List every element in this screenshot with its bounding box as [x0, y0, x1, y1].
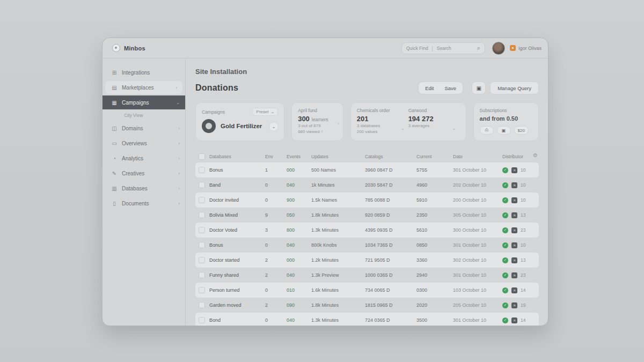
cell-events: 800 — [287, 227, 311, 233]
sidebar-item[interactable]: ▭ Overviews › — [103, 137, 185, 150]
row-checkbox[interactable] — [199, 272, 205, 278]
table-row[interactable]: Band 0 040 1k Minutes 2030 5847 D 4960 2… — [195, 178, 539, 193]
user-menu[interactable]: ✦ Igor Olivas — [510, 45, 541, 51]
row-checkbox[interactable] — [199, 257, 205, 263]
status-ok-icon: ✓ — [502, 317, 508, 323]
table-row[interactable]: Doctor started 2 000 1.2k Minutes 721 95… — [195, 253, 539, 268]
tool-icon-button[interactable]: ▣ — [472, 82, 486, 94]
distributor-count: 23 — [521, 272, 525, 278]
status-ok-icon: ✓ — [502, 212, 508, 218]
sidebar-item[interactable]: ▥ Databases › — [103, 182, 185, 195]
table-row[interactable]: Bonus 0 040 800k Knobs 1034 7365 D 0850 … — [195, 238, 539, 253]
main-content: Site Installation Donations Edit Save ▣ … — [186, 59, 548, 326]
sidebar-item[interactable]: ◫ Domains › — [103, 122, 185, 135]
row-checkbox[interactable] — [199, 182, 205, 188]
sidebar: ⊞ Integrations ▤ Marketplaces › ▦ Campai… — [103, 59, 186, 326]
chevron-icon: ⌄ — [176, 100, 180, 105]
list-icon: ≡ — [511, 197, 517, 203]
cell-env: 1 — [265, 167, 287, 173]
table-row[interactable]: Garden moved 2 090 1.8k Minutes 1815 096… — [195, 298, 539, 313]
price-button[interactable]: $20 — [514, 126, 529, 135]
desktop-background: Minbos Quick Find | Search ⌕ ✦ Igor Oliv… — [0, 0, 644, 362]
cell-name: Doctor invited — [209, 197, 265, 203]
row-checkbox[interactable] — [199, 197, 205, 203]
marketplaces-icon: ▤ — [111, 85, 118, 91]
row-checkbox[interactable] — [199, 302, 205, 308]
manage-button[interactable]: Manage Query — [490, 82, 539, 94]
row-checkbox[interactable] — [199, 167, 205, 173]
sidebar-item-label: Domains — [122, 125, 143, 131]
chevron-icon: › — [178, 156, 180, 161]
cell-updates: 1.6k Minutes — [311, 287, 365, 293]
sidebar-item-label: Creatives — [122, 171, 144, 176]
cell-current: 2350 — [416, 212, 453, 218]
search-input[interactable]: Quick Find | Search ⌕ — [401, 42, 485, 54]
column-header: Updates — [311, 154, 365, 159]
status-ok-icon: ✓ — [502, 167, 508, 173]
distributor-count: 23 — [521, 227, 525, 233]
status-ok-icon: ✓ — [502, 257, 508, 263]
edit-button[interactable]: Edit — [420, 85, 439, 91]
table-row[interactable]: Person turned 0 010 1.6k Minutes 734 006… — [195, 283, 539, 298]
distributor-count: 10 — [521, 197, 525, 203]
cell-events: 090 — [287, 302, 311, 308]
row-checkbox[interactable] — [199, 287, 205, 293]
domains-icon: ◫ — [111, 125, 118, 131]
orders-right-label: Garwood — [408, 108, 460, 113]
row-checkbox[interactable] — [199, 242, 205, 248]
row-checkbox[interactable] — [199, 317, 205, 323]
sidebar-item[interactable]: ✎ Creatives › — [103, 167, 185, 180]
grid-button[interactable]: ▣ — [497, 126, 511, 135]
overviews-icon: ▭ — [111, 141, 118, 146]
list-icon: ≡ — [511, 227, 517, 233]
sidebar-item-label: City View — [124, 113, 143, 118]
cell-current: 3500 — [416, 317, 453, 323]
column-header: Events — [287, 154, 311, 159]
table-row[interactable]: Bond 0 040 1.3k Minutes 724 0365 D 3500 … — [195, 313, 539, 326]
save-button[interactable]: Save — [440, 85, 462, 91]
sidebar-item-label: Analytics — [122, 156, 143, 161]
search-icon[interactable]: ⌕ — [477, 45, 480, 51]
price-label: $20 — [518, 128, 525, 133]
table-header-row: ⚙ Databases Env Events Updates Catalogs … — [195, 150, 539, 162]
table-row[interactable]: Funny shared 2 040 1.3k Preview 1000 036… — [195, 268, 539, 283]
cell-distributor: ✓ ≡ 10 — [502, 167, 539, 173]
row-checkbox[interactable] — [199, 227, 205, 233]
sidebar-item[interactable]: ▤ Marketplaces › — [105, 81, 182, 94]
availability-sub2: 680 viewed ↑ — [298, 129, 337, 135]
chevron-down-icon: ⌄ — [272, 124, 276, 129]
table-row[interactable]: Doctor Voted 3 800 1.3k Minutes 4395 093… — [195, 223, 539, 238]
cell-current: 4960 — [416, 182, 453, 188]
sidebar-item-label: Campaigns — [122, 100, 149, 106]
cell-env: 2 — [265, 302, 287, 308]
cell-distributor: ✓ ≡ 10 — [502, 197, 539, 203]
user-badge-icon: ✦ — [510, 45, 516, 51]
cell-date: 305 October 10 — [453, 212, 502, 218]
row-checkbox[interactable] — [199, 212, 205, 218]
table-row[interactable]: Bolivia Mixed 9 050 1.8k Minutes 920 085… — [195, 208, 539, 223]
table-row[interactable]: Doctor invited 0 900 1.5k Names 785 0088… — [195, 193, 539, 208]
list-icon: ≡ — [511, 287, 517, 293]
orders-right-value: 194 272 — [408, 115, 434, 123]
sidebar-item[interactable]: ▦ Campaigns ⌄ — [103, 95, 185, 109]
cell-env: 0 — [265, 242, 287, 248]
table-row[interactable]: Bonus 1 000 500 Names 3960 0847 D 5755 3… — [195, 162, 539, 178]
sidebar-item-label: Overviews — [122, 141, 147, 146]
preset-dropdown[interactable]: Preset ⌄ — [252, 108, 278, 116]
sidebar-item[interactable]: ◔ Analytics › — [103, 152, 185, 165]
sidebar-item[interactable]: ⊞ Integrations — [103, 66, 185, 79]
cell-current: 5610 — [416, 227, 453, 233]
cell-updates: 1.5k Names — [311, 197, 365, 203]
cell-current: 3360 — [416, 257, 453, 263]
avatar[interactable] — [492, 42, 505, 55]
gear-icon[interactable]: ⚙ — [533, 152, 538, 158]
print-button[interactable]: ⎙ — [480, 126, 494, 135]
sidebar-item[interactable]: ▯ Documents › — [103, 197, 185, 210]
search-shortcut-label: Quick Find — [406, 46, 428, 51]
chevron-icon: › — [178, 141, 180, 146]
campaign-name: Gold Fertilizer — [221, 123, 262, 129]
cell-catalogs: 2030 5847 D — [365, 182, 416, 188]
sidebar-item[interactable]: City View — [103, 110, 185, 120]
availability-sub1: 3 out of 879 — [298, 123, 337, 129]
select-all-checkbox[interactable] — [199, 153, 205, 160]
